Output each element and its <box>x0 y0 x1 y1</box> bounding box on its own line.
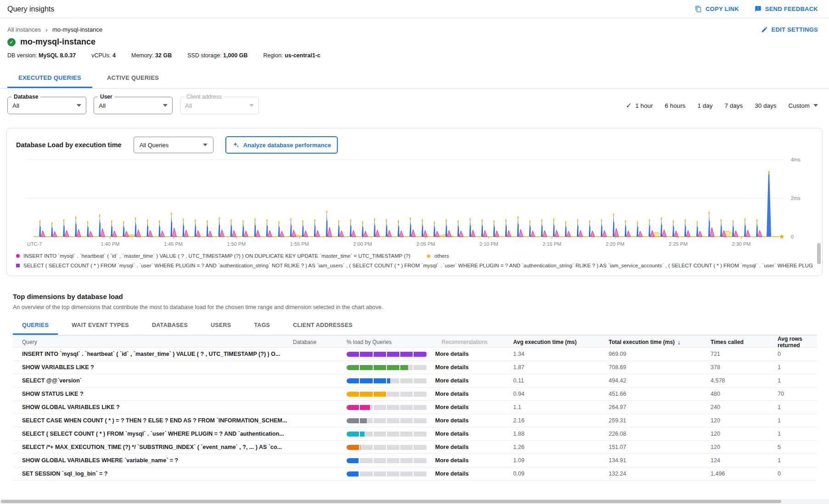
more-details-link[interactable]: More details <box>435 404 469 410</box>
more-details-link[interactable]: More details <box>435 417 469 424</box>
query-text[interactable]: SHOW GLOBAL VARIABLES WHERE `variable_na… <box>13 457 293 464</box>
table-row: SHOW GLOBAL VARIABLES LIKE ? More detail… <box>13 401 817 414</box>
col-query[interactable]: Query <box>13 339 293 345</box>
breadcrumb: All instances › mo-mysql-instance <box>7 26 102 33</box>
times-called-cell: 480 <box>701 391 766 397</box>
total-execution-cell: 264.97 <box>600 404 701 410</box>
query-text[interactable]: SELECT @@`version` <box>13 377 293 384</box>
avg-execution-cell: 0.09 <box>499 471 600 477</box>
load-bar <box>347 365 427 370</box>
dim-tab-client-addresses[interactable]: CLIENT ADDRESSES <box>284 317 362 335</box>
svg-text:★: ★ <box>779 233 784 240</box>
queries-filter-value: All Queries <box>140 142 169 149</box>
times-called-cell: 120 <box>701 431 766 437</box>
send-feedback-button[interactable]: SEND FEEDBACK <box>755 6 818 12</box>
table-row: SHOW VARIABLES LIKE ? More details 1.87 … <box>13 361 817 374</box>
col-total-execution[interactable]: Total execution time (ms) ↓ <box>600 338 701 346</box>
dim-tab-databases[interactable]: DATABASES <box>143 317 197 335</box>
queries-filter-select[interactable]: All Queries <box>134 137 213 153</box>
edit-settings-label: EDIT SETTINGS <box>772 26 818 33</box>
more-details-link[interactable]: More details <box>435 351 469 357</box>
load-bar-segments <box>347 432 427 437</box>
chart-legend: INSERT INTO `mysql` . `heartbeat` ( `id`… <box>16 251 813 270</box>
query-text[interactable]: SELECT ( SELECT COUNT ( * ) FROM `mysql`… <box>13 431 293 437</box>
avg-execution-cell: 1.88 <box>499 431 600 437</box>
query-text[interactable]: INSERT INTO `mysql` . `heartbeat` ( `id`… <box>13 351 293 357</box>
chart-title: Database Load by execution time <box>16 141 122 149</box>
analyze-database-performance-button[interactable]: Analyze database performance <box>225 136 338 154</box>
col-avg-rows[interactable]: Avg rows returned <box>766 336 817 349</box>
database-load-chart: 4ms2ms01:40 PM1:45 PM1:50 PM1:55 PM2:00 … <box>16 155 815 249</box>
more-details-link[interactable]: More details <box>435 377 469 384</box>
time-option-1-day[interactable]: 1 day <box>697 102 712 109</box>
horizontal-scrollbar[interactable] <box>0 499 829 504</box>
legend-others-text: others <box>434 253 449 259</box>
load-bar-segments <box>347 445 427 450</box>
time-option-30-days[interactable]: 30 days <box>755 102 776 109</box>
tab-active-queries[interactable]: ACTIVE QUERIES <box>96 69 170 88</box>
avg-execution-cell: 0.94 <box>499 391 600 397</box>
query-text[interactable]: SET SESSION `sql_log_bin` = ? <box>13 471 293 477</box>
query-text[interactable]: SELECT /*+ MAX_EXECUTION_TIME (?) */ `SU… <box>13 444 293 450</box>
svg-text:1:40 PM: 1:40 PM <box>101 241 120 247</box>
table-row: SET SESSION `sql_log_bin` = ? More detai… <box>13 467 817 481</box>
breadcrumb-all-instances[interactable]: All instances <box>7 26 41 33</box>
svg-text:1:45 PM: 1:45 PM <box>164 241 183 247</box>
col-times-called[interactable]: Times called <box>701 339 766 345</box>
dim-tab-queries[interactable]: QUERIES <box>13 317 58 335</box>
col-database[interactable]: Database <box>293 339 331 345</box>
meta-memory: Memory: 32 GB <box>131 52 172 59</box>
load-bar-segments <box>347 458 427 463</box>
time-option-1-hour[interactable]: ✓1 hour <box>626 101 653 110</box>
meta-vcpus: vCPUs: 4 <box>91 52 116 59</box>
more-details-link[interactable]: More details <box>435 444 469 450</box>
dimensions-title: Top dimensions by database load <box>13 293 817 300</box>
query-text[interactable]: SELECT CASE WHEN COUNT ( * ) = ? THEN ? … <box>13 417 293 424</box>
user-filter-label: User <box>98 94 115 100</box>
horizontal-scrollbar-thumb[interactable] <box>1 500 781 503</box>
times-called-cell: 120 <box>701 444 766 450</box>
database-filter-select[interactable]: Database All <box>7 97 86 114</box>
user-filter-select[interactable]: User All <box>94 97 173 114</box>
top-dimensions-section: Top dimensions by database load An overv… <box>0 276 829 481</box>
col-recommendations[interactable]: Recommendations <box>426 339 499 345</box>
database-filter-label: Database <box>11 94 40 100</box>
col-load[interactable]: % load by Queries <box>331 339 426 345</box>
load-bar <box>347 392 427 397</box>
avg-execution-cell: 1.09 <box>499 457 600 464</box>
dim-tab-wait-event-types[interactable]: WAIT EVENT TYPES <box>62 317 138 335</box>
more-details-link[interactable]: More details <box>435 471 469 477</box>
edit-settings-button[interactable]: EDIT SETTINGS <box>761 26 818 33</box>
col-avg-execution[interactable]: Avg execution time (ms) <box>499 339 600 345</box>
query-text[interactable]: SHOW STATUS LIKE ? <box>13 391 293 397</box>
more-details-link[interactable]: More details <box>435 391 469 397</box>
time-option-6-hours[interactable]: 6 hours <box>665 102 685 109</box>
filter-row: Database All User All Client address All… <box>0 89 829 114</box>
total-execution-cell: 708.69 <box>600 364 701 371</box>
queries-table: Query Database % load by Queries Recomme… <box>13 335 817 481</box>
card-vertical-scrollbar[interactable] <box>817 243 821 264</box>
time-option-custom[interactable]: Custom <box>788 102 818 109</box>
legend-insert-text: INSERT INTO `mysql` . `heartbeat` ( `id`… <box>23 253 410 259</box>
legend-row-insert: INSERT INTO `mysql` . `heartbeat` ( `id`… <box>16 251 813 260</box>
check-icon: ✓ <box>626 101 632 110</box>
avg-execution-cell: 1.1 <box>499 404 600 410</box>
time-option-7-days[interactable]: 7 days <box>724 102 743 109</box>
dim-tab-tags[interactable]: TAGS <box>245 317 279 335</box>
copy-link-button[interactable]: COPY LINK <box>695 6 739 12</box>
load-bar <box>347 432 427 437</box>
pencil-icon <box>761 26 768 33</box>
dim-tab-users[interactable]: USERS <box>202 317 240 335</box>
query-text[interactable]: SHOW VARIABLES LIKE ? <box>13 364 293 371</box>
more-details-link[interactable]: More details <box>435 431 469 437</box>
more-details-link[interactable]: More details <box>435 364 469 371</box>
chevron-down-icon <box>249 104 254 107</box>
query-text[interactable]: SHOW GLOBAL VARIABLES LIKE ? <box>13 404 293 410</box>
load-bar <box>347 405 427 410</box>
dimension-tabs: QUERIES WAIT EVENT TYPES DATABASES USERS… <box>13 317 817 335</box>
breadcrumb-chevron-icon: › <box>45 26 48 33</box>
tab-executed-queries[interactable]: EXECUTED QUERIES <box>7 69 92 88</box>
more-details-link[interactable]: More details <box>435 457 469 464</box>
instance-header: All instances › mo-mysql-instance EDIT S… <box>0 18 829 59</box>
client-address-filter-select[interactable]: Client address All <box>180 97 259 114</box>
